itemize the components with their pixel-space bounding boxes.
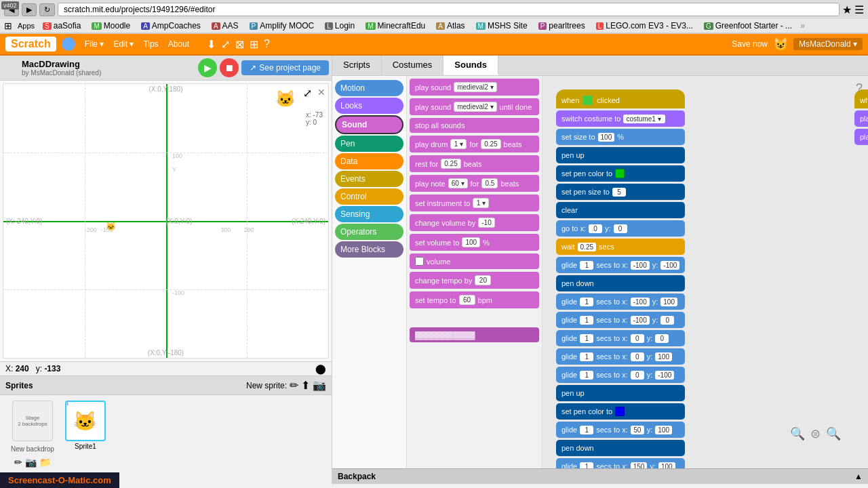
bk-login[interactable]: LLogin <box>322 20 357 31</box>
tab-sounds[interactable]: Sounds <box>443 56 498 75</box>
help-icon[interactable]: ? <box>264 38 270 50</box>
bk-aas[interactable]: AAAS <box>209 20 241 31</box>
block-play-note[interactable]: play note 60 ▾ for 0.5 beats <box>410 175 539 192</box>
sb-switch-costume[interactable]: switch costume to costume1 ▾ <box>556 110 685 127</box>
menu-tips[interactable]: Tips <box>139 38 162 50</box>
sb-pen-up-1[interactable]: pen up <box>556 147 685 163</box>
close-button[interactable]: ✕ <box>317 87 326 98</box>
new-sprite-upload[interactable]: ⬆ <box>301 379 310 392</box>
sb-clear[interactable]: clear <box>556 202 685 218</box>
expand-stage-icon[interactable]: ⬤ <box>315 363 326 374</box>
zoom-reset-icon[interactable]: ⊜ <box>810 426 821 441</box>
bk-greenfoot[interactable]: GGreenfoot Starter - ... <box>701 20 795 31</box>
apps-label[interactable]: Apps <box>18 22 35 30</box>
tab-scripts[interactable]: Scripts <box>332 56 382 75</box>
sprite-cat[interactable]: 🐱 <box>106 222 116 231</box>
save-now-link[interactable]: Save now <box>732 39 768 49</box>
cat-data-btn[interactable]: Data <box>335 153 403 169</box>
block-stop-sounds[interactable]: stop all sounds <box>410 118 539 133</box>
sb-go-to[interactable]: go to x: 0 y: 0 <box>556 220 685 237</box>
cat-sensing-btn[interactable]: Sensing <box>335 206 403 222</box>
sb-glide-2[interactable]: glide 1 secs to x: -100 y: 100 <box>556 293 685 310</box>
backdrop-folder-btn[interactable]: 📁 <box>39 457 51 468</box>
address-bar[interactable] <box>58 3 840 16</box>
block-change-tempo[interactable]: change tempo by 20 <box>410 272 539 289</box>
project-name[interactable]: MacDDrawing <box>22 59 195 69</box>
bk-lego[interactable]: LLEGO.com EV3 - EV3... <box>593 20 696 31</box>
sb-play-sound-medieval[interactable]: play sound medieval2 ▾ until done <box>854 129 868 145</box>
menu-edit[interactable]: Edit ▾ <box>109 38 138 50</box>
bk-amplify[interactable]: PAmplify MOOC <box>247 20 317 31</box>
forward-button[interactable]: ▶ <box>22 3 37 16</box>
download-icon[interactable]: ⬇ <box>207 38 216 51</box>
cat-control-btn[interactable]: Control <box>335 188 403 205</box>
zoom-in-icon[interactable]: 🔍 <box>790 426 805 441</box>
block-play-sound[interactable]: play sound medieval2 ▾ <box>410 79 539 96</box>
shrink-icon[interactable]: ⊠ <box>235 38 244 51</box>
green-flag-button[interactable]: ▶ <box>198 58 217 77</box>
sb-set-pen-size[interactable]: set pen size to 5 <box>556 184 685 200</box>
tab-costumes[interactable]: Costumes <box>382 56 444 75</box>
cat-looks-btn[interactable]: Looks <box>335 98 403 114</box>
bk-moodle[interactable]: MMoodle <box>89 20 133 31</box>
apps-icon[interactable]: ⊞ <box>4 20 12 31</box>
backpack-bar[interactable]: Backpack ▲ <box>332 468 868 484</box>
block-set-instrument[interactable]: set instrument to 1 ▾ <box>410 195 539 211</box>
bk-pearltrees[interactable]: Ppearltrees <box>536 20 588 31</box>
bookmark-star[interactable]: ★ <box>842 3 852 16</box>
sb-pen-up-2[interactable]: pen up <box>556 385 685 401</box>
fullscreen-icon[interactable]: ⤢ <box>221 38 230 51</box>
block-change-volume[interactable]: change volume by -10 <box>410 214 539 231</box>
cat-events-btn[interactable]: Events <box>335 171 403 187</box>
sprite1-item[interactable]: ℹ 🐱 Sprite1 <box>65 401 106 470</box>
cat-motion-btn[interactable]: Motion <box>335 80 403 96</box>
cat-sound-btn[interactable]: Sound <box>335 115 403 134</box>
scratch-logo[interactable]: Scratch <box>5 37 56 52</box>
backdrop-camera-btn[interactable]: 📷 <box>25 457 37 468</box>
block-set-tempo[interactable]: set tempo to 60 bpm <box>410 291 539 308</box>
see-project-button[interactable]: ↗ See project page <box>241 60 329 75</box>
expand-button[interactable]: ⤢ <box>303 87 312 100</box>
bk-minecraft[interactable]: MMinecraftEdu <box>363 20 428 31</box>
new-sprite-paint[interactable]: ✏ <box>290 379 298 392</box>
sb-glide-7[interactable]: glide 1 secs to x: 50 y: 100 <box>556 422 685 438</box>
sb-set-pen-color-blue[interactable]: set pen color to <box>556 403 685 420</box>
menu-file[interactable]: File ▾ <box>81 38 108 50</box>
sb-play-sound-drip[interactable]: play sound drip drop ▾ until done <box>854 110 868 127</box>
more-bookmarks[interactable]: » <box>800 21 805 30</box>
block-extra[interactable]: ▓▓▓▓▓▓▓▓▓▓▓ <box>410 327 539 342</box>
block-play-sound-until[interactable]: play sound medieval2 ▾ until done <box>410 98 539 115</box>
script-canvas[interactable]: when clicked switch costume to costume1 … <box>542 76 868 468</box>
menu-about[interactable]: About <box>164 38 193 50</box>
sb-glide-1[interactable]: glide 1 secs to x: -100 y: -100 <box>556 257 685 273</box>
backdrop-paint-btn[interactable]: ✏ <box>14 457 22 468</box>
sb-wait[interactable]: wait 0.25 secs <box>556 239 685 255</box>
refresh-button[interactable]: ↻ <box>39 3 55 16</box>
sb-glide-5[interactable]: glide 1 secs to x: 0 y: 100 <box>556 348 685 365</box>
globe-icon[interactable] <box>62 37 75 51</box>
stage-sprite-item[interactable]: Stage 2 backdrops New backdrop ✏ 📷 📁 <box>5 401 60 470</box>
sb-glide-3[interactable]: glide 1 secs to x: -100 y: 0 <box>556 312 685 328</box>
block-volume-reporter[interactable]: volume <box>410 253 539 269</box>
sb-glide-4[interactable]: glide 1 secs to x: 0 y: 0 <box>556 330 685 346</box>
bk-ampcoaches[interactable]: AAmpCoaches <box>138 20 203 31</box>
stop-button[interactable]: ⏹ <box>220 58 239 77</box>
menu-icon[interactable]: ☰ <box>854 3 864 16</box>
cat-pen-btn[interactable]: Pen <box>335 136 403 152</box>
help-button[interactable]: ? <box>856 81 863 96</box>
block-set-volume[interactable]: set volume to 100 % <box>410 234 539 251</box>
user-button[interactable]: MsMacDonald ▾ <box>793 38 863 50</box>
sb-set-size[interactable]: set size to 100 % <box>556 129 685 145</box>
sb-glide-6[interactable]: glide 1 secs to x: 0 y: -100 <box>556 367 685 383</box>
block-rest[interactable]: rest for 0.25 beats <box>410 155 539 172</box>
cat-more-btn[interactable]: More Blocks <box>335 241 403 258</box>
cat-operators-btn[interactable]: Operators <box>335 224 403 240</box>
backpack-expand-icon[interactable]: ▲ <box>854 472 863 481</box>
zoom-out-icon[interactable]: 🔍 <box>826 426 841 441</box>
bk-sofia[interactable]: SaaSofia <box>40 20 83 31</box>
bk-atlas[interactable]: AAtlas <box>433 20 467 31</box>
sb-when-clicked-1[interactable]: when clicked <box>556 89 685 108</box>
volume-checkbox[interactable] <box>415 257 424 266</box>
sb-pen-down-2[interactable]: pen down <box>556 440 685 456</box>
sb-pen-down-1[interactable]: pen down <box>556 275 685 291</box>
